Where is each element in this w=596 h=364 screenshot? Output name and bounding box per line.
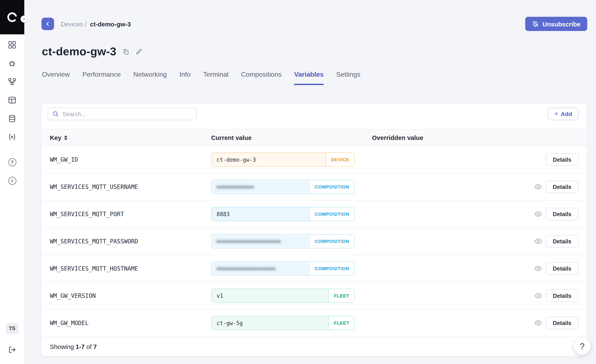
details-button[interactable]: Details	[546, 208, 578, 220]
variable-value: ct-gw-5g	[211, 316, 328, 330]
tab-compositions[interactable]: Compositions	[241, 71, 282, 85]
breadcrumb-section[interactable]: Devices	[61, 20, 83, 27]
details-button[interactable]: Details	[546, 290, 578, 302]
value-box: ●●●●●●●●●●●●●●●●●●●●●●COMPOSITION	[211, 261, 355, 276]
tabs: OverviewPerformanceNetworkingInfoTermina…	[42, 71, 596, 85]
sidebar-item-database[interactable]	[4, 110, 21, 127]
eye-cell	[531, 210, 546, 218]
table-row: WM_SERVICES_MQTT_PASSWORD●●●●●●●●●●●●●●●…	[41, 228, 587, 255]
current-value-cell: ●●●●●●●●●●●●●●COMPOSITION	[211, 180, 372, 194]
sidebar-item-variables[interactable]	[4, 129, 21, 145]
sidebar-item-devices[interactable]	[4, 55, 21, 72]
footer-showing: Showing	[50, 343, 74, 350]
value-box: v1FLEET	[211, 289, 355, 303]
copy-icon	[122, 48, 129, 55]
sidebar-item-info[interactable]: i	[4, 172, 21, 189]
logo-icon	[6, 11, 18, 23]
scope-badge: FLEET	[328, 289, 354, 302]
details-cell: Details	[546, 235, 578, 248]
reveal-value-eye-icon[interactable]	[534, 210, 542, 218]
sidebar: ›	[0, 0, 24, 364]
column-key-label: Key	[50, 134, 61, 141]
unsubscribe-button[interactable]: Unsubscribe	[525, 17, 587, 31]
details-button[interactable]: Details	[546, 262, 578, 275]
add-label: Add	[561, 111, 572, 117]
details-cell: Details	[546, 208, 578, 220]
dashboard-icon	[8, 41, 16, 49]
value-box: ●●●●●●●●●●●●●●●●●●●●●●●●COMPOSITION	[211, 234, 355, 248]
reveal-value-eye-icon[interactable]	[534, 264, 542, 273]
scope-badge: COMPOSITION	[309, 235, 354, 248]
variable-value: ●●●●●●●●●●●●●●	[211, 180, 309, 193]
breadcrumb: Devices / ct-demo-gw-3	[61, 20, 131, 27]
search-box	[48, 108, 197, 120]
current-value-cell: 8883COMPOSITION	[211, 207, 372, 221]
table-body: WM_GW_IDct-demo-gw-3DEVICEDetailsWM_SERV…	[41, 146, 587, 337]
eye-cell	[531, 237, 546, 245]
tab-terminal[interactable]: Terminal	[203, 71, 229, 85]
eye-cell	[531, 264, 546, 273]
title-row: ct-demo-gw-3	[42, 45, 596, 58]
table-row: WM_GW_MODELct-gw-5gFLEETDetails	[41, 310, 587, 337]
current-value-cell: v1FLEET	[211, 289, 372, 303]
table-row: WM_GW_VERSIONv1FLEETDetails	[41, 282, 587, 310]
logout-button[interactable]	[4, 341, 21, 358]
scope-badge: COMPOSITION	[309, 262, 354, 275]
topbar: Devices / ct-demo-gw-3 Unsubscribe	[41, 17, 587, 31]
sidebar-item-compositions[interactable]	[4, 73, 21, 90]
sidebar-item-help[interactable]: ?	[4, 154, 21, 171]
table-row: WM_SERVICES_MQTT_USERNAME●●●●●●●●●●●●●●C…	[41, 173, 587, 201]
card-toolbar: + Add	[41, 108, 587, 120]
tab-settings[interactable]: Settings	[336, 71, 360, 85]
bell-off-icon	[532, 20, 539, 27]
tab-variables[interactable]: Variables	[294, 71, 324, 85]
column-current-value: Current value	[211, 134, 372, 141]
details-button[interactable]: Details	[546, 153, 578, 166]
help-fab-button[interactable]: ?	[574, 338, 590, 355]
variable-key: WM_SERVICES_MQTT_USERNAME	[50, 184, 211, 190]
variable-key: WM_SERVICES_MQTT_HOSTNAME	[50, 265, 211, 272]
sort-icon[interactable]	[64, 135, 67, 140]
variable-key: WM_GW_MODEL	[50, 319, 211, 326]
details-button[interactable]: Details	[546, 317, 578, 329]
tab-performance[interactable]: Performance	[82, 71, 121, 85]
reveal-value-eye-icon[interactable]	[534, 291, 542, 300]
user-avatar[interactable]: TS	[6, 323, 18, 334]
database-icon	[8, 114, 16, 123]
eye-cell	[531, 183, 546, 191]
app-logo	[0, 0, 24, 34]
add-variable-button[interactable]: + Add	[548, 108, 578, 120]
main-content: Devices / ct-demo-gw-3 Unsubscribe ct-de…	[24, 0, 596, 364]
details-button[interactable]: Details	[546, 180, 578, 193]
variable-value: 8883	[211, 207, 309, 221]
scope-badge: FLEET	[328, 316, 354, 330]
plus-icon: +	[554, 111, 558, 117]
tab-info[interactable]: Info	[179, 71, 191, 85]
current-value-cell: ct-demo-gw-3DEVICE	[211, 152, 372, 167]
search-icon	[52, 111, 59, 117]
sidebar-item-table[interactable]	[4, 92, 21, 109]
footer-range: 1-7	[76, 343, 85, 350]
reveal-value-eye-icon[interactable]	[534, 319, 542, 327]
current-value-cell: ●●●●●●●●●●●●●●●●●●●●●●●●COMPOSITION	[211, 234, 372, 248]
variable-key: WM_SERVICES_MQTT_PORT	[50, 211, 211, 217]
back-button[interactable]	[41, 18, 54, 30]
value-box: 8883COMPOSITION	[211, 207, 355, 221]
details-cell: Details	[546, 153, 578, 166]
variables-icon	[8, 133, 16, 141]
tab-networking[interactable]: Networking	[133, 71, 167, 85]
reveal-value-eye-icon[interactable]	[534, 183, 542, 191]
sidebar-item-dashboard[interactable]	[4, 37, 21, 53]
footer-of: of	[86, 343, 91, 350]
sidebar-nav: ? i TS	[0, 37, 24, 364]
pencil-icon	[135, 48, 142, 55]
tab-overview[interactable]: Overview	[42, 71, 70, 85]
details-cell: Details	[546, 262, 578, 275]
details-button[interactable]: Details	[546, 235, 578, 248]
search-input[interactable]	[62, 111, 192, 117]
table-row: WM_SERVICES_MQTT_PORT8883COMPOSITIONDeta…	[41, 201, 587, 228]
edit-title-button[interactable]	[135, 48, 142, 55]
copy-title-button[interactable]	[122, 48, 129, 55]
variable-value: ct-demo-gw-3	[211, 153, 326, 166]
reveal-value-eye-icon[interactable]	[534, 237, 542, 245]
